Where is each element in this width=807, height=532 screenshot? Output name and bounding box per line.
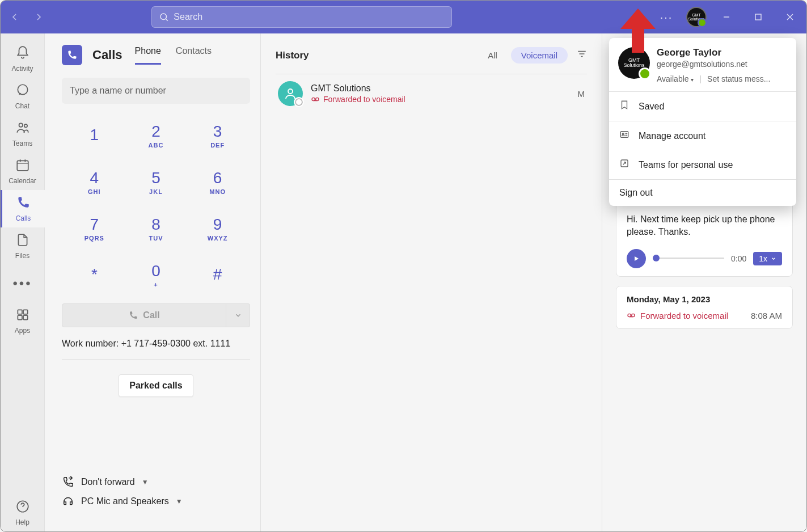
more-options-button[interactable]: ···: [654, 5, 678, 29]
set-status-message-link[interactable]: Set status mess...: [707, 74, 770, 83]
tab-contacts[interactable]: Contacts: [176, 46, 212, 65]
dialpad-key-5[interactable]: 5JKL: [128, 164, 184, 200]
history-item-sub: Forwarded to voicemail: [323, 95, 405, 104]
voicemail-progress-slider[interactable]: [653, 257, 724, 259]
svg-point-15: [628, 314, 631, 317]
profile-menu-popup: GMT Solutions George Taylor george@gmtso…: [609, 38, 796, 206]
rail-files[interactable]: Files: [1, 227, 45, 265]
call-options-dropdown[interactable]: [226, 303, 250, 327]
svg-point-14: [316, 98, 319, 100]
forward-off-icon: [62, 476, 74, 488]
bookmark-icon: [619, 100, 631, 113]
contact-avatar-icon: [278, 81, 303, 106]
menu-saved[interactable]: Saved: [609, 92, 796, 121]
search-placeholder: Search: [174, 12, 202, 22]
window-maximize-button[interactable]: [746, 5, 770, 29]
global-search-input[interactable]: Search: [151, 6, 452, 28]
voicemail-speed-dropdown[interactable]: 1x: [753, 252, 782, 265]
rail-calendar[interactable]: Calendar: [1, 153, 45, 190]
dialpad-key-9[interactable]: 9WXYZ: [189, 210, 246, 247]
dialpad-key-6[interactable]: 6MNO: [189, 164, 246, 200]
voicemail-icon: [627, 311, 636, 320]
filter-icon: [577, 49, 587, 59]
divider: [62, 359, 250, 360]
history-filter-all[interactable]: All: [478, 47, 508, 64]
window-minimize-button[interactable]: [715, 5, 738, 29]
window-close-button[interactable]: [778, 5, 802, 29]
call-button-label: Call: [143, 310, 159, 320]
svg-rect-10: [23, 315, 28, 320]
rail-chat[interactable]: Chat: [1, 78, 45, 115]
svg-point-5: [24, 124, 27, 127]
forwarding-label: Don't forward: [81, 477, 135, 487]
calls-app-icon: [62, 45, 82, 65]
svg-rect-1: [755, 14, 761, 20]
play-voicemail-button[interactable]: [627, 249, 646, 268]
dialpad-key-hash[interactable]: #: [189, 257, 246, 293]
rail-label: Help: [15, 518, 29, 526]
menu-teams-personal-label: Teams for personal use: [639, 160, 733, 170]
call-log-date: Monday, May 1, 2023: [627, 294, 782, 304]
menu-teams-personal[interactable]: Teams for personal use: [609, 150, 796, 179]
dialpad-key-2[interactable]: 2ABC: [128, 117, 184, 154]
dialpad-key-3[interactable]: 3DEF: [189, 117, 246, 154]
history-panel: History All Voicemail GMT Solutions: [260, 33, 602, 531]
rail-label: Chat: [15, 102, 29, 110]
dial-name-placeholder: Type a name or number: [70, 86, 166, 96]
voicemail-time: 0:00: [731, 254, 746, 263]
work-number-text: Work number: +1 717-459-0300 ext. 1111: [62, 339, 250, 349]
call-button[interactable]: Call: [62, 303, 226, 327]
people-icon: [15, 120, 30, 138]
dialpad-key-8[interactable]: 8TUV: [128, 210, 184, 247]
nav-forward-button[interactable]: [29, 7, 48, 27]
history-filter-voicemail[interactable]: Voicemail: [511, 47, 568, 64]
rail-activity[interactable]: Activity: [1, 40, 45, 78]
tab-phone[interactable]: Phone: [135, 46, 161, 65]
presence-status-dropdown[interactable]: Available ▾: [657, 74, 694, 83]
app-rail: Activity Chat Teams Calendar: [1, 33, 45, 531]
audio-device-label: PC Mic and Speakers: [81, 496, 169, 506]
profile-email: george@gmtsolutions.net: [657, 60, 787, 69]
rail-label: Files: [15, 252, 29, 260]
calls-title: Calls: [92, 48, 122, 62]
history-item[interactable]: GMT Solutions Forwarded to voicemail M: [276, 74, 587, 113]
dialpad-key-4[interactable]: 4GHI: [66, 164, 122, 200]
apps-icon: [15, 307, 30, 326]
audio-device-dropdown[interactable]: PC Mic and Speakers ▼: [62, 495, 250, 508]
id-card-icon: [619, 129, 631, 142]
bell-icon: [15, 45, 30, 64]
menu-manage-account[interactable]: Manage account: [609, 121, 796, 150]
calls-phone-panel: Calls Phone Contacts Type a name or numb…: [45, 33, 260, 531]
dialpad-key-7[interactable]: 7PQRS: [66, 210, 122, 247]
rail-more[interactable]: •••: [1, 265, 45, 302]
svg-rect-9: [18, 315, 22, 320]
headset-icon: [62, 495, 74, 508]
profile-avatar-button[interactable]: GMT Solutions: [686, 7, 707, 27]
history-title: History: [276, 50, 309, 61]
svg-rect-7: [18, 310, 22, 314]
voicemail-transcript: Hi. Next time keep pick up the phone ple…: [627, 213, 782, 239]
rail-label: Teams: [12, 140, 32, 147]
rail-calls[interactable]: Calls: [1, 190, 45, 227]
dialpad-key-0[interactable]: 0+: [128, 257, 184, 293]
nav-back-button[interactable]: [5, 7, 24, 27]
dial-name-input[interactable]: Type a name or number: [62, 78, 250, 104]
forwarding-dropdown[interactable]: Don't forward ▼: [62, 476, 250, 488]
svg-point-18: [622, 133, 624, 135]
rail-help[interactable]: Help: [1, 494, 45, 531]
dialpad-key-star[interactable]: *: [66, 257, 122, 293]
call-log-card: Monday, May 1, 2023 Forwarded to voicema…: [616, 286, 793, 329]
dialpad: 1 2ABC 3DEF 4GHI 5JKL 6MNO 7PQRS 8TUV 9W…: [66, 117, 246, 293]
filter-button[interactable]: [577, 49, 587, 62]
history-item-name: GMT Solutions: [311, 83, 570, 94]
rail-label: Apps: [15, 327, 30, 335]
rail-apps[interactable]: Apps: [1, 302, 45, 340]
menu-sign-out[interactable]: Sign out: [609, 180, 796, 206]
history-item-day: M: [578, 89, 585, 99]
parked-calls-button[interactable]: Parked calls: [119, 374, 193, 397]
dialpad-key-1[interactable]: 1: [66, 117, 122, 154]
rail-teams[interactable]: Teams: [1, 115, 45, 153]
svg-rect-6: [17, 161, 28, 170]
ellipsis-icon: •••: [12, 276, 32, 292]
phone-icon: [128, 310, 138, 320]
